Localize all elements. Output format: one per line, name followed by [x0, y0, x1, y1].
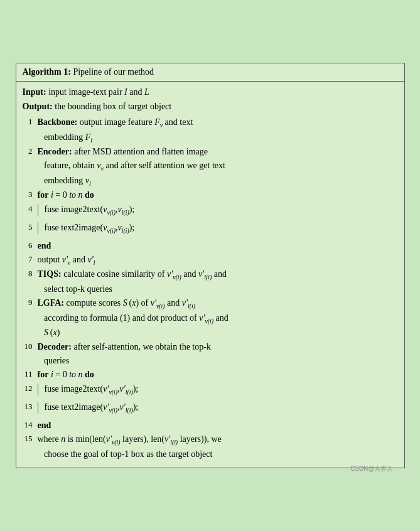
row-num-5: 5 — [23, 221, 36, 234]
row-11: 11 for i = 0 to n do — [23, 368, 398, 382]
row-10: 10 Decoder: after self-attention, we obt… — [23, 340, 398, 368]
output-line: Output: the bounding box of target objec… — [23, 100, 398, 113]
row-num-14: 14 — [23, 419, 36, 432]
row-num-12: 12 — [23, 382, 36, 395]
row-num-15: 15 — [23, 432, 36, 446]
row-num-1: 1 — [23, 115, 36, 129]
row-num-4: 4 — [23, 203, 36, 216]
input-text: input image-text pair I and L — [48, 87, 149, 97]
row-content-3: for i = 0 to n do — [36, 188, 398, 202]
row-12: 12 fuse image2text(v'v(i), v'l(i)); — [23, 382, 398, 400]
row-9: 9 LGFA: compute scores S (x) of v'v(i) a… — [23, 296, 398, 340]
algorithm-container: Algorithm 1: Pipeline of our method Inpu… — [16, 50, 405, 481]
row-1: 1 Backbone: output image feature Fv and … — [23, 115, 398, 145]
algorithm-box: Algorithm 1: Pipeline of our method Inpu… — [16, 63, 405, 468]
row-content-7: output v'v and v'l — [36, 253, 398, 267]
input-label: Input: — [23, 87, 46, 97]
row-content-14: end — [36, 419, 398, 432]
row-content-5: fuse text2image(vv(i), vl(i)); — [36, 221, 398, 239]
output-text: the bounding box of target object — [55, 102, 171, 111]
watermark: CSDN@大界人 — [350, 464, 394, 473]
row-num-3: 3 — [23, 188, 36, 201]
row-num-13: 13 — [23, 400, 36, 414]
row-content-6: end — [36, 239, 398, 253]
algorithm-title: Algorithm 1: Pipeline of our method — [16, 63, 404, 82]
row-content-2: Encoder: after MSD attention and flatten… — [36, 145, 398, 188]
algorithm-body: Input: input image-text pair I and L Out… — [16, 82, 404, 468]
row-content-15: where n is min(len(v'v(i) layers), len(v… — [36, 432, 398, 461]
row-8: 8 TIQS: calculate cosine similarity of v… — [23, 267, 398, 296]
row-content-13: fuse text2image(v'v(i), v'l(i)); — [36, 400, 398, 419]
row-13: 13 fuse text2image(v'v(i), v'l(i)); — [23, 400, 398, 419]
row-content-10: Decoder: after self-attention, we obtain… — [36, 340, 398, 368]
row-num-10: 10 — [23, 340, 36, 353]
row-4: 4 fuse image2text(vv(i), vl(i)); — [23, 203, 398, 221]
row-2: 2 Encoder: after MSD attention and flatt… — [23, 145, 398, 188]
row-content-9: LGFA: compute scores S (x) of v'v(i) and… — [36, 296, 398, 340]
row-5: 5 fuse text2image(vv(i), vl(i)); — [23, 221, 398, 239]
row-14: 14 end — [23, 419, 398, 432]
row-15: 15 where n is min(len(v'v(i) layers), le… — [23, 432, 398, 461]
algorithm-label: Algorithm 1: — [23, 67, 71, 77]
row-content-8: TIQS: calculate cosine similarity of v'v… — [36, 267, 398, 296]
row-7: 7 output v'v and v'l — [23, 253, 398, 267]
row-num-8: 8 — [23, 267, 36, 281]
row-num-6: 6 — [23, 239, 36, 252]
row-num-9: 9 — [23, 296, 36, 309]
row-num-11: 11 — [23, 368, 36, 381]
output-label: Output: — [23, 102, 53, 111]
algorithm-rows: 1 Backbone: output image feature Fv and … — [23, 115, 398, 461]
row-content-4: fuse image2text(vv(i), vl(i)); — [36, 203, 398, 221]
row-content-11: for i = 0 to n do — [36, 368, 398, 382]
row-num-2: 2 — [23, 145, 36, 158]
row-content-12: fuse image2text(v'v(i), v'l(i)); — [36, 382, 398, 400]
row-3: 3 for i = 0 to n do — [23, 188, 398, 202]
input-line: Input: input image-text pair I and L — [23, 85, 398, 99]
algorithm-title-text: Pipeline of our method — [73, 67, 154, 77]
row-6: 6 end — [23, 239, 398, 253]
row-content-1: Backbone: output image feature Fv and te… — [36, 115, 398, 145]
row-num-7: 7 — [23, 253, 36, 266]
